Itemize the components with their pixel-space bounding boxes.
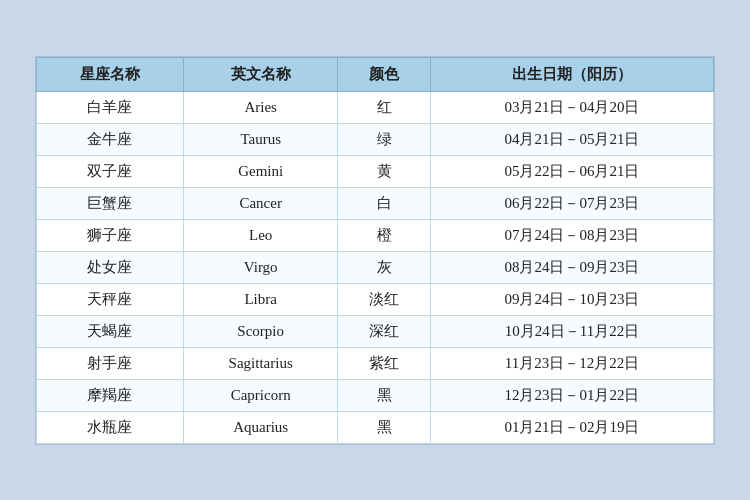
cell-3-0: 巨蟹座 [37, 187, 184, 219]
cell-8-3: 11月23日－12月22日 [430, 347, 713, 379]
table-row: 摩羯座Capricorn黑12月23日－01月22日 [37, 379, 714, 411]
table-row: 白羊座Aries红03月21日－04月20日 [37, 91, 714, 123]
cell-2-0: 双子座 [37, 155, 184, 187]
cell-9-0: 摩羯座 [37, 379, 184, 411]
cell-6-0: 天秤座 [37, 283, 184, 315]
table-row: 射手座Sagittarius紫红11月23日－12月22日 [37, 347, 714, 379]
cell-4-0: 狮子座 [37, 219, 184, 251]
cell-6-2: 淡红 [338, 283, 431, 315]
table-row: 天秤座Libra淡红09月24日－10月23日 [37, 283, 714, 315]
cell-1-0: 金牛座 [37, 123, 184, 155]
cell-9-3: 12月23日－01月22日 [430, 379, 713, 411]
cell-1-3: 04月21日－05月21日 [430, 123, 713, 155]
table-row: 处女座Virgo灰08月24日－09月23日 [37, 251, 714, 283]
cell-4-1: Leo [183, 219, 338, 251]
cell-7-0: 天蝎座 [37, 315, 184, 347]
zodiac-table-wrapper: 星座名称英文名称颜色出生日期（阳历） 白羊座Aries红03月21日－04月20… [35, 56, 715, 445]
cell-5-0: 处女座 [37, 251, 184, 283]
cell-7-3: 10月24日－11月22日 [430, 315, 713, 347]
table-row: 狮子座Leo橙07月24日－08月23日 [37, 219, 714, 251]
cell-9-2: 黑 [338, 379, 431, 411]
cell-3-2: 白 [338, 187, 431, 219]
table-row: 巨蟹座Cancer白06月22日－07月23日 [37, 187, 714, 219]
table-header-row: 星座名称英文名称颜色出生日期（阳历） [37, 57, 714, 91]
cell-5-2: 灰 [338, 251, 431, 283]
cell-5-3: 08月24日－09月23日 [430, 251, 713, 283]
table-row: 水瓶座Aquarius黑01月21日－02月19日 [37, 411, 714, 443]
header-col-1: 英文名称 [183, 57, 338, 91]
cell-1-2: 绿 [338, 123, 431, 155]
table-body: 白羊座Aries红03月21日－04月20日金牛座Taurus绿04月21日－0… [37, 91, 714, 443]
cell-10-3: 01月21日－02月19日 [430, 411, 713, 443]
cell-2-1: Gemini [183, 155, 338, 187]
cell-0-1: Aries [183, 91, 338, 123]
cell-10-2: 黑 [338, 411, 431, 443]
header-col-3: 出生日期（阳历） [430, 57, 713, 91]
cell-10-0: 水瓶座 [37, 411, 184, 443]
cell-8-0: 射手座 [37, 347, 184, 379]
cell-1-1: Taurus [183, 123, 338, 155]
cell-6-3: 09月24日－10月23日 [430, 283, 713, 315]
table-row: 金牛座Taurus绿04月21日－05月21日 [37, 123, 714, 155]
cell-3-3: 06月22日－07月23日 [430, 187, 713, 219]
header-col-0: 星座名称 [37, 57, 184, 91]
table-row: 天蝎座Scorpio深红10月24日－11月22日 [37, 315, 714, 347]
cell-5-1: Virgo [183, 251, 338, 283]
cell-8-2: 紫红 [338, 347, 431, 379]
zodiac-table: 星座名称英文名称颜色出生日期（阳历） 白羊座Aries红03月21日－04月20… [36, 57, 714, 444]
cell-0-0: 白羊座 [37, 91, 184, 123]
cell-9-1: Capricorn [183, 379, 338, 411]
table-row: 双子座Gemini黄05月22日－06月21日 [37, 155, 714, 187]
cell-7-2: 深红 [338, 315, 431, 347]
cell-2-3: 05月22日－06月21日 [430, 155, 713, 187]
cell-2-2: 黄 [338, 155, 431, 187]
cell-7-1: Scorpio [183, 315, 338, 347]
cell-4-2: 橙 [338, 219, 431, 251]
cell-3-1: Cancer [183, 187, 338, 219]
header-col-2: 颜色 [338, 57, 431, 91]
cell-4-3: 07月24日－08月23日 [430, 219, 713, 251]
cell-6-1: Libra [183, 283, 338, 315]
cell-10-1: Aquarius [183, 411, 338, 443]
cell-0-3: 03月21日－04月20日 [430, 91, 713, 123]
cell-0-2: 红 [338, 91, 431, 123]
cell-8-1: Sagittarius [183, 347, 338, 379]
